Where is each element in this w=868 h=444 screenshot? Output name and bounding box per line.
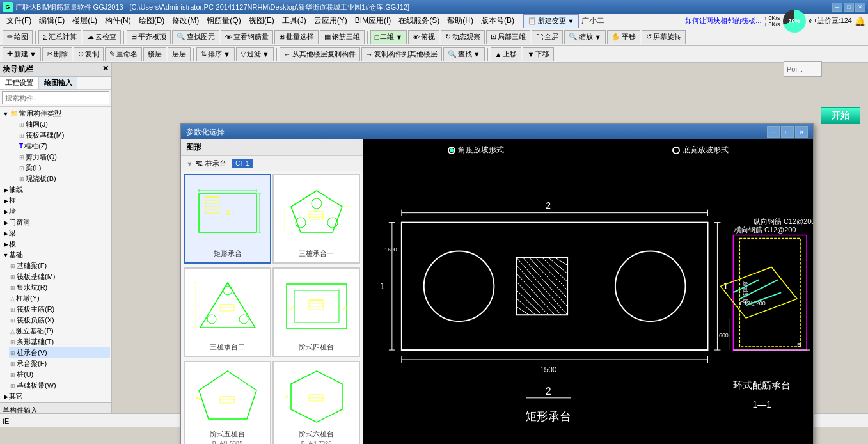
menu-steel[interactable]: 钢筋量(Q): [203, 14, 244, 28]
tree-beam-group[interactable]: ▶ 梁: [1, 228, 110, 239]
tree-strip-found[interactable]: ⊞ 条形基础(T): [9, 337, 110, 347]
find-btn[interactable]: 🔍 查找 ▼: [443, 47, 485, 61]
menu-floor[interactable]: 楼层(L): [68, 14, 101, 28]
tree-found-band[interactable]: ⊞ 基础板带(W): [9, 380, 110, 391]
tree-door-window[interactable]: ▶ 门窗洞: [1, 217, 110, 228]
tree-other[interactable]: ▶ 其它: [1, 391, 110, 402]
move-down-btn[interactable]: ▼ 下移: [523, 47, 554, 61]
menu-modify[interactable]: 修改(M): [168, 14, 203, 28]
menu-help[interactable]: 帮助(H): [443, 14, 477, 28]
view-3d-button[interactable]: 👁 俯视: [408, 30, 439, 44]
rename-btn[interactable]: ✎ 重命名: [105, 47, 142, 61]
bell-icon[interactable]: 🔔: [855, 16, 865, 26]
svg-line-62: [516, 265, 561, 315]
tree-col-cap[interactable]: △ 柱墩(Y): [9, 293, 110, 304]
tree-axis-group[interactable]: ▶ 轴线: [1, 184, 110, 195]
new-change-button[interactable]: 📋 新建变更 ▼: [523, 14, 579, 28]
tree-slab[interactable]: ⊞ 现浇板(B): [12, 173, 110, 184]
copy-from-btn[interactable]: ← 从其他楼层复制构件: [280, 47, 360, 61]
tree-wall-group[interactable]: ▶ 墙: [1, 206, 110, 217]
dialog-maximize[interactable]: □: [781, 126, 794, 138]
cloud-check-button[interactable]: ☁ 云检查: [83, 30, 121, 44]
filter-btn[interactable]: ▽ 过滤 ▼: [236, 47, 274, 61]
fullscreen-button[interactable]: ⛶ 全屏: [532, 30, 563, 44]
dialog-controls[interactable]: ─ □ ✕: [767, 126, 808, 138]
menu-draw[interactable]: 绘图(D): [135, 14, 169, 28]
tree-slab-group[interactable]: ▶ 板: [1, 239, 110, 250]
dialog-minimize[interactable]: ─: [767, 126, 780, 138]
tree-cap-beam[interactable]: ⊞ 承台梁(F): [9, 358, 110, 369]
sidebar-search[interactable]: [0, 90, 111, 107]
tree-common-types[interactable]: ▼ 📁 常用构件类型: [1, 108, 110, 119]
floor-btn[interactable]: 层层: [168, 47, 191, 61]
shape-cell-5[interactable]: A 阶式五桩台 B=A/1.5385: [184, 361, 271, 444]
engineering-tab[interactable]: 工程设置: [0, 77, 39, 89]
draw-button[interactable]: ✏ 绘图: [3, 30, 33, 44]
tree-ind-found[interactable]: △ 独立基础(P): [9, 326, 110, 337]
copy-to-btn[interactable]: → 复制构件到其他楼层: [361, 47, 442, 61]
tree-axis[interactable]: ⊞ 轴网(J): [12, 119, 110, 130]
summary-button[interactable]: Σ 汇总计算: [38, 30, 81, 44]
check-steel-button[interactable]: 👁 查看钢筋量: [221, 30, 273, 44]
delete-btn[interactable]: ✂ 删除: [42, 47, 72, 61]
copy-btn[interactable]: ⊕ 复制: [74, 47, 104, 61]
svg-line-66: [516, 298, 535, 315]
tree-beam[interactable]: ⊡ 梁(L): [12, 163, 110, 173]
search-input[interactable]: [2, 91, 109, 104]
notice-link[interactable]: 如何让两块相邻的筏板...: [685, 16, 761, 26]
menu-version[interactable]: 版本号(B): [477, 14, 518, 28]
zoom-button[interactable]: 🔍 缩放 ▼: [564, 30, 606, 44]
base-slope-option[interactable]: 底宽放坡形式: [672, 145, 729, 155]
menu-bim[interactable]: BIM应用(I): [351, 14, 395, 28]
shape-cell-3[interactable]: 三桩承台二: [184, 267, 271, 357]
tree-raft-neg[interactable]: ⊞ 筏板负筋(X): [9, 315, 110, 326]
menu-cloud[interactable]: 云应用(Y): [310, 14, 351, 28]
menu-component[interactable]: 构件(N): [101, 14, 135, 28]
tree-pile[interactable]: ⊞ 桩(U): [9, 369, 110, 380]
tree-raft-foundation[interactable]: ⊞ 筏板基础(M): [12, 130, 110, 141]
batch-select-button[interactable]: ⊞ 批量选择: [274, 30, 319, 44]
menu-edit[interactable]: 编辑(E): [35, 14, 68, 28]
shape-label-6: 阶式六桩台: [299, 428, 334, 440]
drawing-tab[interactable]: 绘图输入: [39, 77, 77, 89]
angle-slope-radio[interactable]: [448, 147, 455, 154]
menu-online[interactable]: 在线服务(S): [395, 14, 443, 28]
tree-pit[interactable]: ⊞ 集水坑(R): [9, 282, 110, 293]
shape-svg-2: [276, 178, 356, 248]
tree-raft-main[interactable]: ⊞ 筏板主筋(R): [9, 304, 110, 315]
shape-cell-2[interactable]: 三桩承台一: [272, 174, 360, 264]
angle-slope-option[interactable]: 角度放坡形式: [448, 145, 504, 155]
check-view-button[interactable]: 🔍 查找图元: [172, 30, 219, 44]
rotate-button[interactable]: ↺ 屏幕旋转: [642, 30, 686, 44]
svg-text:A: A: [343, 305, 347, 311]
view-2d-button[interactable]: □ 二维 ▼: [370, 30, 407, 44]
steel-3d-button[interactable]: ▦ 钢筋三维: [320, 30, 365, 44]
menu-file[interactable]: 文件(F): [3, 14, 35, 28]
tree-found-beam[interactable]: ⊞ 基础梁(F): [9, 260, 110, 271]
new-btn[interactable]: ✚ 新建 ▼: [3, 47, 41, 61]
shape-cell-1[interactable]: B 矩形承台: [184, 174, 271, 264]
svg-text:2: 2: [546, 386, 551, 397]
menu-tools[interactable]: 工具(J): [278, 14, 310, 28]
svg-rect-41: [309, 300, 323, 310]
local-3d-button[interactable]: ⊡ 局部三维: [486, 30, 530, 44]
layer-btn[interactable]: 楼层: [143, 47, 166, 61]
base-slope-radio[interactable]: [672, 147, 680, 154]
tree-raft[interactable]: ⊞ 筏板基础(M): [9, 271, 110, 282]
tree-shear-wall[interactable]: ⊞ 剪力墙(Q): [12, 152, 110, 163]
sort-btn[interactable]: ⇅ 排序 ▼: [196, 47, 235, 61]
shape-cell-4[interactable]: A A 阶式四桩台: [272, 267, 360, 357]
dialog-close[interactable]: ✕: [795, 126, 808, 138]
shape-cell-6[interactable]: A 阶式六桩台 B=A/1.7326: [272, 361, 360, 444]
svg-text:1600: 1600: [384, 246, 397, 253]
dynamic-observe-button[interactable]: ↻ 动态观察: [441, 30, 485, 44]
tree-col-group[interactable]: ▶ 柱: [1, 195, 110, 206]
sidebar-close[interactable]: ✕: [102, 64, 109, 75]
menu-view[interactable]: 视图(E): [245, 14, 278, 28]
tree-frame-col[interactable]: T 框柱(Z): [12, 141, 110, 152]
pan-button[interactable]: ✋ 平移: [607, 30, 640, 44]
flat-view-button[interactable]: ⊟ 平齐板顶: [127, 30, 171, 44]
tree-pile-cap[interactable]: ⊞ 桩承台(V): [9, 347, 110, 358]
move-up-btn[interactable]: ▲ 上移: [491, 47, 522, 61]
tree-foundation-group[interactable]: ▼ 基础: [1, 250, 110, 260]
